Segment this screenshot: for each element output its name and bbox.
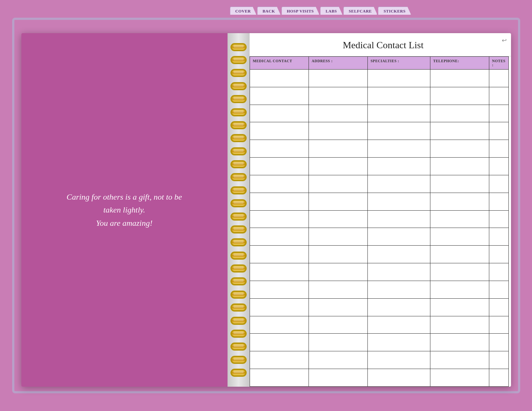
- table-cell[interactable]: [489, 369, 508, 386]
- table-cell[interactable]: [489, 70, 508, 87]
- table-cell[interactable]: [430, 299, 489, 316]
- table-cell[interactable]: [250, 351, 309, 369]
- table-cell[interactable]: [489, 281, 508, 298]
- table-cell[interactable]: [368, 228, 430, 245]
- table-cell[interactable]: [430, 334, 489, 351]
- table-cell[interactable]: [309, 211, 368, 228]
- table-cell[interactable]: [309, 316, 368, 334]
- table-cell[interactable]: [368, 122, 430, 140]
- table-cell[interactable]: [309, 140, 368, 157]
- table-cell[interactable]: [368, 334, 430, 351]
- table-cell[interactable]: [309, 87, 368, 105]
- table-cell[interactable]: [430, 105, 489, 122]
- page-title: Medical Contact List: [250, 33, 511, 56]
- table-cell[interactable]: [309, 193, 368, 210]
- table-cell[interactable]: [368, 158, 430, 175]
- table-cell[interactable]: [250, 105, 309, 122]
- table-cell[interactable]: [250, 316, 309, 334]
- table-cell[interactable]: [250, 211, 309, 228]
- table-row: [250, 158, 509, 175]
- table-cell[interactable]: [309, 351, 368, 369]
- table-cell[interactable]: [368, 299, 430, 316]
- table-cell[interactable]: [250, 281, 309, 298]
- table-cell[interactable]: [368, 316, 430, 334]
- table-cell[interactable]: [368, 140, 430, 157]
- table-cell[interactable]: [430, 158, 489, 175]
- table-cell[interactable]: [309, 246, 368, 263]
- tab-hosp-visits[interactable]: HOSP VISITS: [281, 7, 319, 15]
- table-cell[interactable]: [430, 70, 489, 87]
- table-cell[interactable]: [368, 211, 430, 228]
- table-cell[interactable]: [430, 369, 489, 386]
- table-cell[interactable]: [489, 211, 508, 228]
- table-cell[interactable]: [250, 158, 309, 175]
- table-cell[interactable]: [489, 351, 508, 369]
- table-row: [250, 246, 509, 263]
- table-cell[interactable]: [250, 299, 309, 316]
- table-cell[interactable]: [368, 369, 430, 386]
- table-cell[interactable]: [368, 263, 430, 281]
- table-cell[interactable]: [250, 228, 309, 245]
- table-cell[interactable]: [430, 246, 489, 263]
- table-cell[interactable]: [368, 246, 430, 263]
- table-cell[interactable]: [430, 122, 489, 140]
- table-cell[interactable]: [309, 175, 368, 193]
- table-cell[interactable]: [368, 70, 430, 87]
- table-cell[interactable]: [309, 281, 368, 298]
- table-cell[interactable]: [430, 228, 489, 245]
- table-cell[interactable]: [489, 158, 508, 175]
- table-cell[interactable]: [309, 299, 368, 316]
- table-cell[interactable]: [250, 246, 309, 263]
- table-cell[interactable]: [250, 70, 309, 87]
- table-cell[interactable]: [250, 175, 309, 193]
- table-cell[interactable]: [489, 140, 508, 157]
- table-cell[interactable]: [489, 316, 508, 334]
- table-cell[interactable]: [368, 105, 430, 122]
- table-cell[interactable]: [430, 87, 489, 105]
- tab-back[interactable]: BACK: [257, 7, 281, 15]
- table-cell[interactable]: [430, 175, 489, 193]
- table-cell[interactable]: [309, 70, 368, 87]
- table-cell[interactable]: [489, 263, 508, 281]
- table-cell[interactable]: [489, 87, 508, 105]
- table-cell[interactable]: [430, 193, 489, 210]
- table-cell[interactable]: [489, 246, 508, 263]
- tab-stickers[interactable]: STICKERS: [378, 7, 411, 15]
- table-cell[interactable]: [250, 140, 309, 157]
- table-cell[interactable]: [250, 369, 309, 386]
- table-cell[interactable]: [368, 193, 430, 210]
- table-cell[interactable]: [368, 281, 430, 298]
- table-cell[interactable]: [309, 369, 368, 386]
- table-cell[interactable]: [309, 105, 368, 122]
- table-cell[interactable]: [430, 211, 489, 228]
- table-cell[interactable]: [250, 87, 309, 105]
- table-cell[interactable]: [430, 263, 489, 281]
- table-cell[interactable]: [489, 193, 508, 210]
- table-cell[interactable]: [430, 351, 489, 369]
- table-cell[interactable]: [368, 87, 430, 105]
- table-cell[interactable]: [309, 158, 368, 175]
- table-cell[interactable]: [489, 122, 508, 140]
- table-cell[interactable]: [430, 281, 489, 298]
- tab-selfcare[interactable]: SELFCARE: [343, 7, 377, 15]
- table-cell[interactable]: [250, 122, 309, 140]
- table-cell[interactable]: [368, 351, 430, 369]
- table-cell[interactable]: [489, 228, 508, 245]
- table-cell[interactable]: [309, 122, 368, 140]
- table-cell[interactable]: [309, 263, 368, 281]
- table-cell[interactable]: [250, 193, 309, 210]
- table-cell[interactable]: [250, 334, 309, 351]
- tab-cover[interactable]: COVER: [230, 7, 256, 15]
- table-cell[interactable]: [489, 105, 508, 122]
- table-cell[interactable]: [309, 334, 368, 351]
- tab-labs[interactable]: LABS: [320, 7, 342, 15]
- spiral-binding: [228, 33, 250, 387]
- table-cell[interactable]: [250, 263, 309, 281]
- table-cell[interactable]: [309, 228, 368, 245]
- table-cell[interactable]: [430, 316, 489, 334]
- table-cell[interactable]: [489, 175, 508, 193]
- table-cell[interactable]: [489, 299, 508, 316]
- table-cell[interactable]: [430, 140, 489, 157]
- table-cell[interactable]: [489, 334, 508, 351]
- table-cell[interactable]: [368, 175, 430, 193]
